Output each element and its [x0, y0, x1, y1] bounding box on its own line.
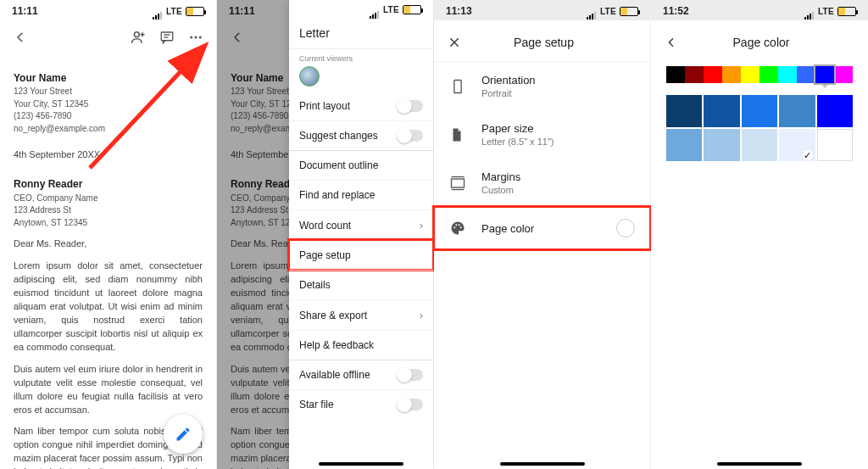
menu-label: Help & feedback	[299, 339, 374, 351]
svg-point-8	[199, 36, 202, 39]
screen-page-color: 11:52 LTE Page color	[651, 0, 868, 469]
more-icon[interactable]	[187, 29, 204, 46]
shade-swatch[interactable]	[704, 95, 739, 127]
toggle[interactable]	[398, 369, 423, 381]
sender-phone: (123) 456-7890	[14, 110, 203, 123]
menu-suggest-changes[interactable]: Suggest changes	[289, 120, 433, 150]
hue-swatch[interactable]	[815, 66, 834, 83]
shade-swatch[interactable]	[704, 129, 739, 161]
hue-swatch[interactable]	[778, 66, 797, 83]
menu-find-replace[interactable]: Find and replace	[289, 180, 433, 209]
sender-addr-2: Your City, ST 12345	[14, 98, 203, 111]
signal-icon	[370, 7, 380, 14]
svg-point-6	[190, 36, 192, 39]
signal-icon	[804, 8, 815, 14]
hue-swatch[interactable]	[666, 66, 685, 83]
shade-swatch[interactable]	[779, 129, 815, 161]
battery-icon	[186, 7, 204, 16]
page-icon	[449, 127, 468, 142]
hue-swatch[interactable]	[704, 66, 722, 83]
hue-swatch[interactable]	[834, 66, 853, 83]
body-para-2: Duis autem vel eum iriure dolor in hendr…	[14, 363, 203, 417]
menu-page-setup[interactable]: Page setup	[289, 240, 433, 270]
svg-point-19	[460, 226, 462, 228]
toggle[interactable]	[398, 130, 423, 142]
toggle[interactable]	[398, 399, 423, 410]
shade-swatch[interactable]	[817, 95, 853, 127]
shade-swatch[interactable]	[742, 95, 777, 127]
home-indicator	[717, 462, 802, 466]
add-person-icon[interactable]	[130, 29, 147, 46]
network-label: LTE	[600, 7, 616, 16]
menu-word-count[interactable]: Word count ›	[289, 209, 433, 240]
row-page-color[interactable]: Page color	[434, 207, 650, 249]
network-label: LTE	[818, 7, 834, 16]
toggle[interactable]	[398, 100, 423, 112]
hue-swatch[interactable]	[741, 66, 760, 83]
row-paper-size[interactable]: Paper size Letter (8.5" x 11")	[434, 110, 650, 159]
back-icon[interactable]	[663, 34, 680, 51]
shade-swatch[interactable]	[779, 95, 815, 127]
svg-rect-12	[454, 80, 461, 92]
network-label: LTE	[383, 5, 399, 14]
edit-fab[interactable]	[164, 415, 203, 454]
menu-label: Share & export	[299, 310, 367, 321]
screen-menu: 11:11 Your Name 123 Your Street Your Cit…	[217, 0, 434, 469]
menu-details[interactable]: Details	[289, 270, 433, 299]
recipient-name: Ronny Reader	[14, 177, 203, 192]
shade-grid[interactable]	[666, 95, 853, 161]
menu-label: Find and replace	[299, 189, 375, 201]
viewer-avatar[interactable]	[299, 66, 320, 87]
close-icon[interactable]	[446, 34, 463, 51]
comment-icon[interactable]	[159, 29, 175, 46]
shade-swatch[interactable]	[817, 129, 853, 161]
row-label: Orientation	[481, 74, 635, 87]
row-orientation[interactable]: Orientation Portrait	[434, 62, 650, 110]
row-value: Letter (8.5" x 11")	[481, 137, 635, 147]
shade-swatch[interactable]	[666, 129, 702, 161]
svg-point-0	[134, 32, 139, 37]
recipient-title: CEO, Company Name	[14, 193, 203, 205]
svg-point-18	[459, 224, 460, 226]
signal-icon	[153, 8, 163, 14]
chevron-right-icon: ›	[420, 309, 423, 321]
palette-icon	[449, 220, 468, 237]
back-icon[interactable]	[12, 29, 29, 46]
svg-rect-13	[452, 179, 465, 187]
row-margins[interactable]: Margins Custom	[434, 159, 650, 207]
shade-swatch[interactable]	[742, 129, 777, 161]
page-color-header: Page color	[651, 20, 868, 61]
sheet-title: Letter	[289, 18, 433, 49]
screen-page-setup: 11:13 LTE Page setup Orientation Portrai…	[434, 0, 651, 469]
menu-label: Print layout	[299, 100, 350, 112]
clock: 11:52	[663, 5, 689, 17]
menu-print-layout[interactable]: Print layout	[289, 92, 433, 120]
shade-swatch[interactable]	[666, 95, 702, 127]
home-indicator	[319, 462, 403, 466]
document-body: Your Name 123 Your Street Your City, ST …	[0, 51, 216, 469]
menu-star-file[interactable]: Star file	[289, 389, 433, 419]
menu-label: Document outline	[299, 159, 378, 171]
hue-swatch[interactable]	[685, 66, 704, 83]
menu-label: Word count	[299, 220, 351, 232]
svg-point-16	[453, 226, 455, 228]
hue-strip[interactable]	[666, 66, 853, 83]
menu-label: Page setup	[299, 249, 351, 261]
menu-label: Available offline	[299, 369, 370, 381]
hue-swatch[interactable]	[797, 66, 815, 83]
toolbar	[0, 20, 216, 51]
menu-document-outline[interactable]: Document outline	[289, 150, 433, 180]
recipient-addr-1: 123 Address St	[14, 204, 203, 217]
screen-doc: 11:11 LTE Your Name 123 Your Street Your…	[0, 0, 217, 469]
menu-available-offline[interactable]: Available offline	[289, 360, 433, 389]
menu-help-feedback[interactable]: Help & feedback	[289, 330, 433, 360]
body-para-1: Lorem ipsum dolor sit amet, consectetuer…	[14, 260, 203, 355]
hue-swatch[interactable]	[722, 66, 741, 83]
viewers-label: Current viewers	[289, 49, 433, 64]
menu-share-export[interactable]: Share & export ›	[289, 299, 433, 330]
battery-icon	[837, 7, 856, 16]
current-color-swatch	[616, 219, 635, 237]
row-label: Margins	[481, 170, 635, 183]
hue-swatch[interactable]	[760, 66, 778, 83]
battery-icon	[403, 5, 421, 14]
